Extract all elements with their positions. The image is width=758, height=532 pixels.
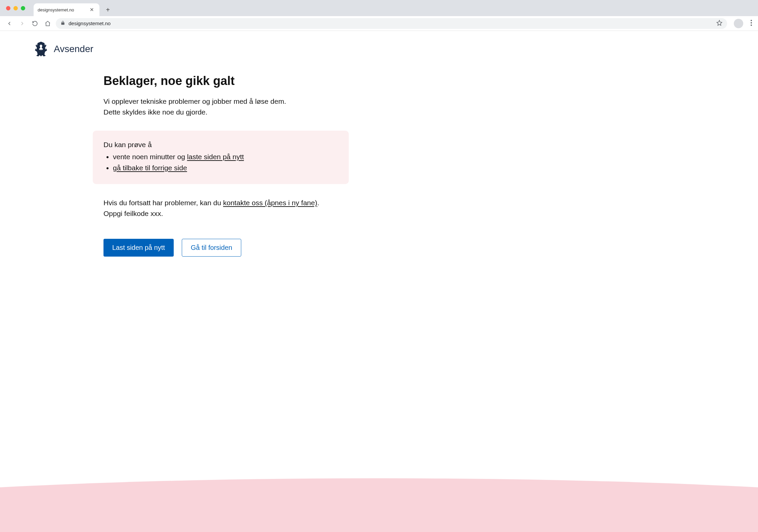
main-content: Beklager, noe gikk galt Vi opplever tekn…	[103, 74, 352, 257]
list-item: vente noen minutter og laste siden på ny…	[113, 151, 338, 163]
contact-suffix: .	[317, 199, 319, 207]
intro-line-1: Vi opplever tekniske problemer og jobber…	[103, 97, 286, 105]
suggestions-list: vente noen minutter og laste siden på ny…	[103, 151, 338, 173]
home-button[interactable]: Gå til forsiden	[182, 239, 241, 257]
url-text: designsystemet.no	[69, 20, 111, 26]
address-bar[interactable]: designsystemet.no	[56, 18, 727, 29]
close-window-button[interactable]	[6, 6, 10, 10]
list-item: gå tilbake til forrige side	[113, 163, 338, 174]
intro-text: Vi opplever tekniske problemer og jobber…	[103, 96, 352, 117]
item-prefix: vente noen minutter og	[113, 153, 187, 161]
browser-tab-bar: designsystemet.no ✕ +	[0, 0, 758, 16]
maximize-window-button[interactable]	[21, 6, 25, 10]
panel-heading: Du kan prøve å	[103, 141, 338, 149]
go-back-link[interactable]: gå tilbake til forrige side	[113, 164, 187, 172]
footer-wave	[0, 478, 758, 532]
reload-button[interactable]: Last siden på nytt	[103, 239, 174, 257]
svg-point-2	[751, 25, 752, 26]
contact-link[interactable]: kontakte oss (åpnes i ny fane)	[223, 199, 317, 207]
contact-text: Hvis du fortsatt har problemer, kan du k…	[103, 197, 352, 219]
home-button[interactable]	[43, 19, 52, 28]
browser-toolbar: designsystemet.no	[0, 16, 758, 31]
action-buttons: Last siden på nytt Gå til forsiden	[103, 239, 352, 257]
browser-menu-icon[interactable]	[749, 18, 753, 29]
site-header: Avsender	[0, 31, 758, 57]
tab-title: designsystemet.no	[38, 7, 74, 12]
svg-point-1	[751, 22, 752, 24]
lock-icon	[60, 20, 65, 26]
page-content: Avsender Beklager, noe gikk galt Vi oppl…	[0, 31, 758, 532]
error-code-line: Oppgi feilkode xxx.	[103, 210, 163, 217]
browser-tab[interactable]: designsystemet.no ✕	[34, 3, 99, 16]
profile-avatar[interactable]	[734, 19, 743, 28]
new-tab-button[interactable]: +	[103, 5, 113, 15]
reload-button[interactable]	[30, 19, 40, 28]
close-tab-icon[interactable]: ✕	[88, 7, 95, 13]
back-button[interactable]	[5, 19, 14, 28]
svg-point-0	[751, 20, 752, 21]
reload-page-link[interactable]: laste siden på nytt	[187, 153, 244, 161]
brand-name: Avsender	[54, 44, 93, 54]
minimize-window-button[interactable]	[13, 6, 18, 10]
contact-prefix: Hvis du fortsatt har problemer, kan du	[103, 199, 223, 207]
norwegian-lion-icon	[34, 41, 48, 57]
intro-line-2: Dette skyldes ikke noe du gjorde.	[103, 108, 207, 116]
bookmark-icon[interactable]	[716, 20, 722, 27]
window-controls	[6, 6, 25, 10]
suggestions-panel: Du kan prøve å vente noen minutter og la…	[93, 131, 349, 184]
forward-button[interactable]	[17, 19, 27, 28]
page-title: Beklager, noe gikk galt	[103, 74, 352, 88]
